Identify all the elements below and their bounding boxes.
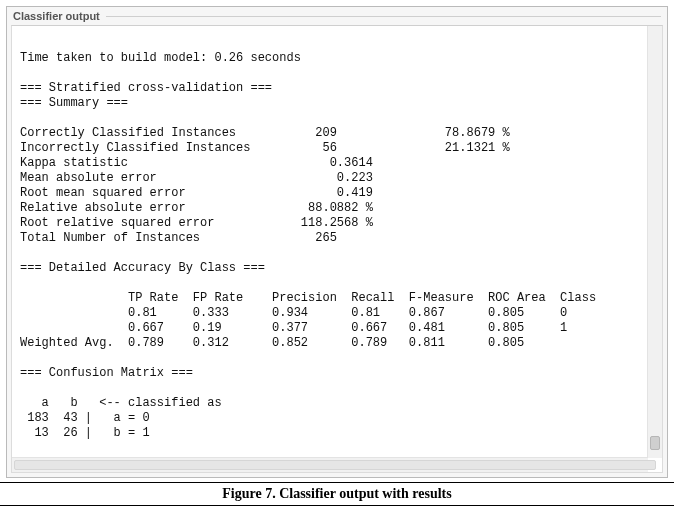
figure-caption: Figure 7. Classifier output with results <box>0 482 674 506</box>
output-text-viewport[interactable]: Time taken to build model: 0.26 seconds … <box>12 26 648 458</box>
panel-header: Classifier output <box>7 7 667 25</box>
output-text[interactable]: Time taken to build model: 0.26 seconds … <box>20 36 642 441</box>
horizontal-scroll-thumb[interactable] <box>14 460 656 470</box>
output-area: Time taken to build model: 0.26 seconds … <box>11 25 663 473</box>
panel-rule <box>106 16 661 17</box>
classifier-output-panel: Classifier output Time taken to build mo… <box>6 6 668 478</box>
vertical-scroll-thumb[interactable] <box>650 436 660 450</box>
panel-title: Classifier output <box>13 10 100 22</box>
vertical-scrollbar[interactable] <box>647 26 662 458</box>
horizontal-scrollbar[interactable] <box>12 457 648 472</box>
